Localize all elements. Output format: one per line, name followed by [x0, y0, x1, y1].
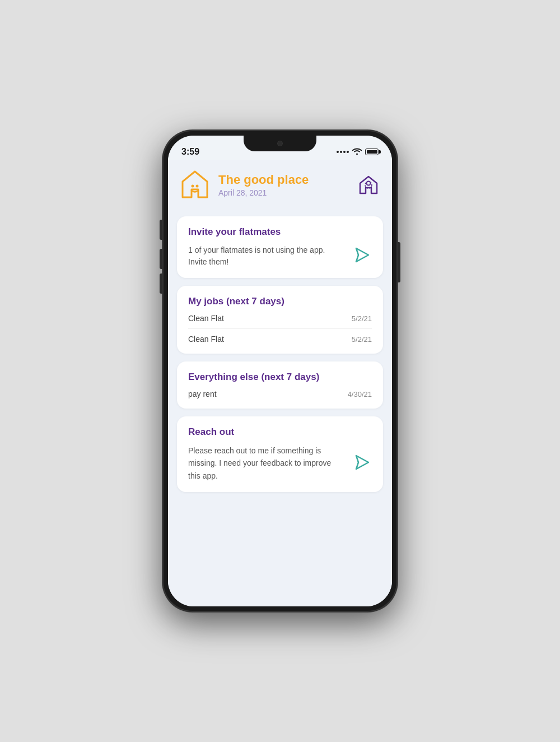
notch: [244, 136, 316, 151]
my-jobs-list: Clean Flat 5/2/21 Clean Flat 5/2/21: [188, 314, 372, 344]
battery-fill: [367, 150, 377, 154]
job-row: pay rent 4/30/21: [188, 389, 372, 398]
signal-dot-1: [337, 151, 339, 153]
app-name: The good place: [218, 173, 309, 187]
reach-out-send-button[interactable]: [352, 452, 372, 475]
wifi-icon: [352, 147, 362, 156]
send-icon: [352, 245, 372, 265]
phone-frame: 3:59: [162, 130, 398, 612]
header-left: The good place April 28, 2021: [179, 169, 309, 201]
job-name: Clean Flat: [188, 314, 224, 323]
signal-dots: [337, 151, 349, 153]
reach-out-card-content: Please reach out to me if something is m…: [188, 444, 372, 482]
svg-marker-5: [356, 456, 368, 469]
battery-icon: [365, 149, 379, 155]
invite-card: Invite your flatmates 1 of your flatmate…: [177, 216, 383, 278]
job-date: 5/2/21: [352, 314, 372, 323]
settings-button[interactable]: [356, 173, 381, 197]
job-name: pay rent: [188, 389, 217, 398]
app-date: April 28, 2021: [218, 188, 309, 197]
job-row: Clean Flat 5/2/21: [188, 329, 372, 344]
everything-else-card: Everything else (next 7 days) pay rent 4…: [177, 361, 383, 409]
invite-card-content: 1 of your flatmates is not using the app…: [188, 244, 372, 268]
my-jobs-card: My jobs (next 7 days) Clean Flat 5/2/21 …: [177, 286, 383, 354]
invite-send-button[interactable]: [352, 245, 372, 267]
app-content: The good place April 28, 2021 Invite: [168, 160, 392, 606]
everything-else-list: pay rent 4/30/21: [188, 389, 372, 398]
reach-out-card-title: Reach out: [188, 426, 372, 438]
send-icon: [352, 452, 372, 472]
status-icons: [337, 147, 379, 156]
invite-card-title: Invite your flatmates: [188, 226, 372, 238]
camera: [277, 141, 283, 146]
settings-house-icon: [358, 174, 379, 196]
status-time: 3:59: [181, 147, 199, 157]
reach-out-card-body: Please reach out to me if something is m…: [188, 444, 345, 482]
job-date: 4/30/21: [348, 390, 372, 398]
cards-container: Invite your flatmates 1 of your flatmate…: [168, 212, 392, 506]
app-header: The good place April 28, 2021: [168, 160, 392, 212]
phone-screen: 3:59: [168, 136, 392, 606]
job-name: Clean Flat: [188, 335, 224, 344]
signal-dot-4: [347, 151, 349, 153]
my-jobs-card-title: My jobs (next 7 days): [188, 296, 372, 307]
job-date: 5/2/21: [352, 335, 372, 344]
svg-point-1: [196, 185, 199, 188]
everything-else-card-title: Everything else (next 7 days): [188, 372, 372, 383]
svg-point-0: [192, 185, 194, 188]
app-logo: [179, 169, 211, 201]
reach-out-card: Reach out Please reach out to me if some…: [177, 416, 383, 492]
signal-dot-2: [340, 151, 342, 153]
job-row: Clean Flat 5/2/21: [188, 314, 372, 329]
svg-marker-4: [356, 248, 368, 262]
header-title: The good place April 28, 2021: [218, 173, 309, 197]
signal-dot-3: [343, 151, 346, 153]
invite-card-body: 1 of your flatmates is not using the app…: [188, 244, 345, 268]
